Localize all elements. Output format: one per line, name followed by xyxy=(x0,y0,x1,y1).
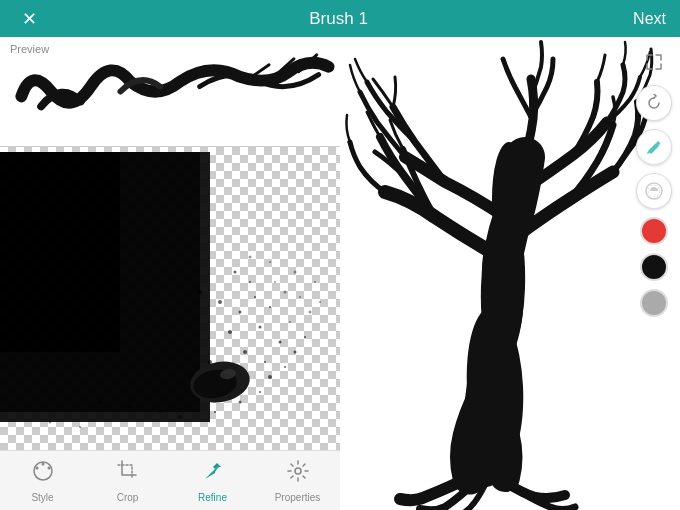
style-label: Style xyxy=(31,492,53,503)
close-button[interactable]: ✕ xyxy=(14,8,44,30)
canvas-area[interactable] xyxy=(0,147,340,460)
left-panel: Preview xyxy=(0,37,340,510)
brush-canvas-svg xyxy=(0,147,340,460)
svg-point-19 xyxy=(214,411,216,413)
pencil-button[interactable] xyxy=(636,129,672,165)
nav-item-refine[interactable]: Refine xyxy=(170,451,255,510)
bottom-nav: Style Crop Refine xyxy=(0,450,340,510)
svg-point-20 xyxy=(239,401,242,404)
svg-point-18 xyxy=(198,290,202,294)
svg-point-36 xyxy=(98,400,102,404)
svg-point-49 xyxy=(41,462,44,465)
crop-icon xyxy=(116,459,140,489)
svg-point-25 xyxy=(304,336,306,338)
svg-point-7 xyxy=(239,311,242,314)
header-title: Brush 1 xyxy=(309,9,368,29)
refresh-icon xyxy=(645,94,663,112)
nav-item-crop[interactable]: Crop xyxy=(85,451,170,510)
svg-point-30 xyxy=(284,291,287,294)
nav-item-style[interactable]: Style xyxy=(0,451,85,510)
svg-point-22 xyxy=(268,375,272,379)
gray-color-swatch[interactable] xyxy=(640,289,668,317)
svg-point-21 xyxy=(259,391,261,393)
svg-point-26 xyxy=(289,321,291,323)
svg-point-27 xyxy=(309,311,312,314)
svg-point-10 xyxy=(259,326,262,329)
tree-illustration xyxy=(340,37,680,510)
svg-point-29 xyxy=(319,301,321,303)
svg-point-41 xyxy=(79,426,81,428)
svg-point-33 xyxy=(314,281,316,283)
main-layout: Preview xyxy=(0,37,680,510)
svg-point-34 xyxy=(249,256,252,259)
svg-point-24 xyxy=(294,351,297,354)
black-color-swatch[interactable] xyxy=(640,253,668,281)
svg-point-51 xyxy=(35,466,38,469)
svg-point-15 xyxy=(208,360,212,364)
svg-point-6 xyxy=(218,300,222,304)
right-toolbar xyxy=(636,47,672,317)
svg-point-8 xyxy=(254,296,256,298)
nav-item-properties[interactable]: Properties xyxy=(255,451,340,510)
style-icon xyxy=(31,459,55,489)
svg-point-35 xyxy=(269,261,271,263)
svg-point-38 xyxy=(159,411,161,413)
refresh-button[interactable] xyxy=(636,85,672,121)
preview-svg xyxy=(0,37,340,146)
mask-button[interactable] xyxy=(636,173,672,209)
expand-button[interactable] xyxy=(639,47,669,77)
app-header: ✕ Brush 1 Next xyxy=(0,0,680,37)
svg-point-14 xyxy=(279,341,282,344)
svg-point-9 xyxy=(228,330,232,334)
svg-point-37 xyxy=(129,406,132,409)
svg-point-39 xyxy=(178,415,182,419)
svg-point-52 xyxy=(295,468,301,474)
svg-rect-2 xyxy=(0,152,200,412)
svg-point-17 xyxy=(234,271,237,274)
properties-label: Properties xyxy=(275,492,321,503)
red-color-swatch[interactable] xyxy=(640,217,668,245)
svg-point-11 xyxy=(269,306,271,308)
next-button[interactable]: Next xyxy=(633,10,666,28)
crop-label: Crop xyxy=(117,492,139,503)
svg-point-12 xyxy=(243,350,247,354)
refine-label: Refine xyxy=(198,492,227,503)
svg-point-13 xyxy=(264,361,266,363)
svg-point-16 xyxy=(249,281,251,283)
properties-icon xyxy=(286,459,310,489)
svg-point-32 xyxy=(294,271,297,274)
refine-icon xyxy=(201,459,225,489)
expand-icon xyxy=(645,53,663,71)
svg-point-28 xyxy=(299,296,301,298)
svg-point-31 xyxy=(274,281,276,283)
svg-point-50 xyxy=(47,466,50,469)
mask-icon xyxy=(644,181,664,201)
preview-area: Preview xyxy=(0,37,340,147)
svg-point-40 xyxy=(49,421,52,424)
pencil-icon xyxy=(645,138,663,156)
svg-point-23 xyxy=(284,366,286,368)
right-panel xyxy=(340,37,680,510)
